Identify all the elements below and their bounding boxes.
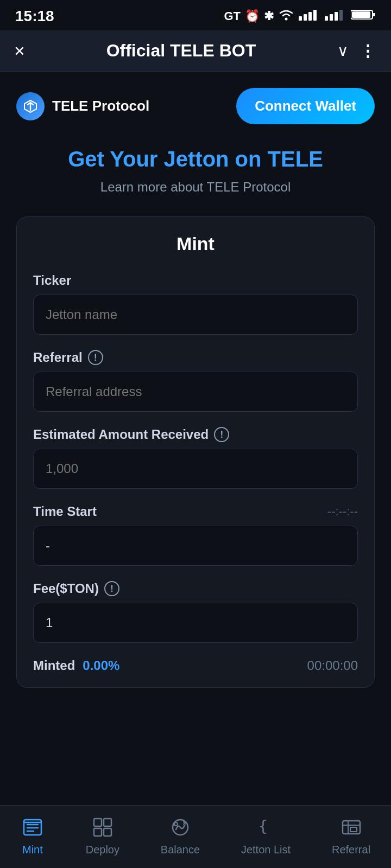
minted-percent: 0.00%: [83, 658, 119, 673]
svg-rect-7: [335, 12, 338, 21]
nav-label-jetton-list: Jetton List: [241, 844, 291, 856]
page-title: Official TELE BOT: [36, 41, 326, 61]
svg-text:{ }: { }: [258, 818, 277, 835]
mint-icon: [21, 815, 45, 839]
ticker-input[interactable]: [33, 295, 358, 335]
svg-rect-2: [304, 14, 307, 21]
referral-input[interactable]: [33, 372, 358, 412]
fee-value[interactable]: 1: [33, 603, 358, 643]
svg-rect-19: [104, 819, 111, 826]
estimated-amount-label: Estimated Amount Received !: [33, 427, 358, 442]
status-icons: GT ⏰ ✱: [224, 9, 376, 24]
svg-rect-8: [339, 10, 343, 21]
time-start-label-row: Time Start --:--:--: [33, 504, 358, 519]
status-bar: 15:18 GT ⏰ ✱: [0, 0, 391, 30]
ticker-field-group: Ticker: [33, 273, 358, 335]
svg-point-23: [174, 822, 178, 826]
minted-row: Minted 0.00% 00:00:00: [33, 658, 358, 673]
bluetooth-icon: ✱: [264, 9, 274, 23]
wifi-icon: [278, 9, 294, 24]
nav-label-deploy: Deploy: [86, 844, 119, 856]
balance-icon: [168, 815, 192, 839]
svg-rect-6: [330, 14, 333, 21]
nav-item-deploy[interactable]: Deploy: [86, 815, 119, 856]
hero-title: Get Your Jetton on TELE: [16, 146, 375, 172]
referral-icon: [339, 815, 363, 839]
time-start-value[interactable]: -: [33, 526, 358, 566]
alarm-icon: ⏰: [245, 9, 260, 23]
header-row: TELE Protocol Connect Wallet: [16, 88, 375, 124]
ticker-label: Ticker: [33, 273, 358, 288]
svg-rect-28: [350, 827, 357, 832]
more-options-icon[interactable]: ⋮: [360, 41, 377, 60]
brand: TELE Protocol: [16, 92, 149, 120]
chevron-down-icon[interactable]: ∨: [337, 42, 349, 60]
time-start-label: Time Start: [33, 504, 97, 519]
svg-rect-18: [94, 819, 102, 826]
title-bar: × Official TELE BOT ∨ ⋮: [0, 30, 391, 72]
nav-item-mint[interactable]: Mint: [21, 815, 45, 856]
svg-rect-20: [94, 828, 102, 836]
brand-logo: [16, 92, 45, 120]
close-button[interactable]: ×: [14, 40, 25, 61]
minted-time: 00:00:00: [307, 658, 358, 673]
nav-item-referral[interactable]: Referral: [332, 815, 370, 856]
estimated-amount-field-group: Estimated Amount Received !: [33, 427, 358, 489]
hero-section: Get Your Jetton on TELE Learn more about…: [16, 146, 375, 195]
time-placeholder: --:--:--: [327, 505, 358, 519]
nav-item-balance[interactable]: Balance: [161, 815, 200, 856]
svg-rect-10: [352, 11, 370, 18]
signal-icon: [299, 9, 320, 24]
brand-name: TELE Protocol: [52, 98, 149, 114]
nav-label-balance: Balance: [161, 844, 200, 856]
main-content: TELE Protocol Connect Wallet Get Your Je…: [0, 72, 391, 769]
status-time: 15:18: [15, 8, 54, 25]
nav-label-mint: Mint: [22, 844, 43, 856]
mint-title: Mint: [33, 233, 358, 254]
estimated-amount-info-icon[interactable]: !: [214, 427, 229, 442]
svg-rect-11: [373, 13, 375, 16]
svg-point-0: [285, 18, 288, 21]
svg-rect-5: [325, 16, 328, 21]
fee-label: Fee($TON) !: [33, 581, 358, 596]
svg-rect-3: [308, 12, 312, 21]
referral-info-icon[interactable]: !: [88, 350, 103, 365]
connect-wallet-button[interactable]: Connect Wallet: [236, 88, 375, 124]
signal2-icon: [325, 9, 346, 24]
hero-subtitle: Learn more about TELE Protocol: [16, 180, 375, 195]
jetton-list-icon: { }: [254, 815, 278, 839]
deploy-icon: [91, 815, 115, 839]
estimated-amount-input[interactable]: [33, 449, 358, 489]
fee-info-icon[interactable]: !: [104, 581, 119, 596]
svg-rect-4: [313, 10, 317, 21]
svg-rect-1: [299, 16, 302, 21]
battery-icon: [351, 9, 376, 24]
fee-field-group: Fee($TON) ! 1: [33, 581, 358, 643]
bottom-nav: Mint Deploy Balance {: [0, 805, 391, 868]
gt-icon: GT: [224, 9, 241, 23]
minted-left: Minted 0.00%: [33, 658, 119, 673]
svg-rect-21: [104, 828, 111, 836]
referral-label: Referral !: [33, 350, 358, 365]
nav-label-referral: Referral: [332, 844, 370, 856]
time-start-field-group: Time Start --:--:-- -: [33, 504, 358, 566]
mint-card: Mint Ticker Referral ! Estimated Amount …: [16, 216, 375, 688]
minted-label: Minted: [33, 658, 75, 673]
nav-item-jetton-list[interactable]: { } Jetton List: [241, 815, 291, 856]
referral-field-group: Referral !: [33, 350, 358, 412]
